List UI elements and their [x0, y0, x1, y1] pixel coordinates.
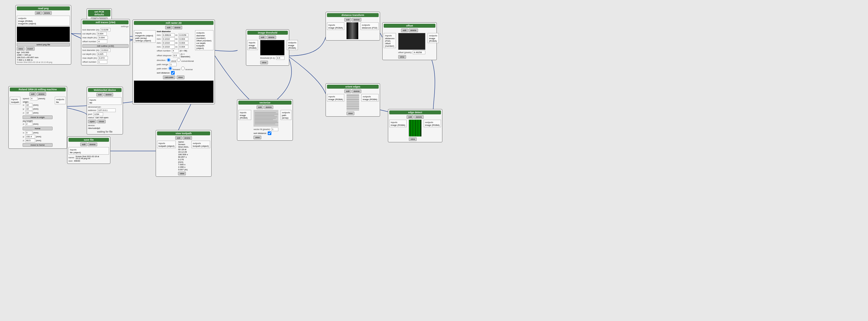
- vector-fit-input[interactable]: [271, 127, 278, 131]
- image-threshold-edit-btn[interactable]: edit: [259, 35, 266, 39]
- order-reverse-radio[interactable]: [181, 66, 185, 70]
- distance-transform-delete-btn[interactable]: delete: [352, 18, 361, 22]
- orient-edges-title[interactable]: orient edges: [327, 85, 379, 89]
- read-png-invert-btn[interactable]: invert: [26, 47, 35, 51]
- cut-depth-2-input[interactable]: [97, 52, 107, 56]
- save-file-edit-btn[interactable]: edit: [80, 143, 87, 146]
- address-input[interactable]: [97, 109, 116, 112]
- home-y-input[interactable]: [25, 135, 35, 138]
- cut-depth-mm-input[interactable]: [162, 37, 175, 41]
- websocket-delete-btn[interactable]: delete: [104, 93, 114, 96]
- origin-z-input[interactable]: [25, 111, 32, 115]
- close-btn[interactable]: close: [97, 120, 106, 123]
- vectorize-title[interactable]: vectorize: [238, 101, 291, 105]
- offset-delete-btn[interactable]: delete: [409, 29, 418, 32]
- sort-distance-checkbox[interactable]: [171, 71, 175, 75]
- mill-raster-2d-title[interactable]: mill raster 2D: [134, 21, 214, 25]
- orient-edges-edit-btn[interactable]: edit: [344, 89, 351, 93]
- read-png-delete-btn[interactable]: delete: [42, 11, 52, 15]
- vectorize-edit-btn[interactable]: edit: [256, 106, 264, 109]
- waiting-label: waiting for file: [88, 130, 122, 133]
- origin-x-input[interactable]: [25, 103, 32, 107]
- path-merge-input[interactable]: [169, 63, 177, 66]
- max-depth-mm-input[interactable]: [162, 41, 175, 45]
- view-toolpath-title[interactable]: view toolpath: [157, 132, 210, 135]
- mill-raster-edit-btn[interactable]: edit: [165, 26, 172, 29]
- mill-raster-calculate-btn[interactable]: calculate: [163, 76, 175, 79]
- cut-depth-in-input[interactable]: [179, 37, 188, 41]
- view-toolpath-edit-btn[interactable]: edit: [175, 136, 182, 140]
- set-pcb-title[interactable]: set PCB defaults: [88, 10, 111, 17]
- read-png-edit-btn[interactable]: edit: [35, 11, 42, 15]
- select-png-btn[interactable]: select png file: [17, 43, 70, 47]
- save-file-delete-btn[interactable]: delete: [88, 143, 97, 146]
- dir-climb-radio[interactable]: [167, 58, 170, 62]
- roland-title[interactable]: Roland SRM-20 milling machine: [10, 88, 66, 91]
- speed-input[interactable]: [30, 97, 37, 100]
- image-threshold-title[interactable]: image threshold: [247, 31, 288, 35]
- view-toolpath-delete-btn[interactable]: delete: [183, 136, 192, 140]
- jog-z-input[interactable]: [25, 122, 32, 126]
- roland-edit-btn[interactable]: edit: [29, 92, 36, 96]
- order-forward-radio[interactable]: [168, 66, 172, 70]
- tool-diam-1-input[interactable]: [101, 28, 111, 32]
- offset-number-input[interactable]: [172, 49, 179, 53]
- mill-raster-view-btn[interactable]: view: [177, 76, 184, 79]
- offset-title[interactable]: offset: [384, 24, 435, 28]
- cut-depth-1-input[interactable]: [97, 32, 107, 35]
- roland-inputs: inputs toolpath: [10, 97, 21, 104]
- distance-transform-title[interactable]: distance transform: [327, 13, 379, 17]
- dir-conv-radio[interactable]: [177, 58, 181, 62]
- vectorize-sort-distance[interactable]: [268, 132, 271, 135]
- move-to-home-btn[interactable]: move to home: [23, 143, 52, 147]
- orient-edges-view-btn[interactable]: view: [346, 112, 354, 115]
- offset-edit-btn[interactable]: edit: [401, 29, 408, 32]
- mill-raster-delete-btn[interactable]: delete: [173, 26, 182, 29]
- origin-y-input[interactable]: [25, 107, 32, 111]
- view-toolpath-view-btn[interactable]: view: [178, 172, 186, 175]
- read-png-outputs: outputs image (RGBA) imageInfo (object): [17, 16, 70, 26]
- image-threshold-delete-btn[interactable]: delete: [267, 35, 276, 39]
- offset-num-2-input[interactable]: [97, 60, 107, 64]
- distance-transform-edit-btn[interactable]: edit: [344, 18, 351, 22]
- vectorize-delete-btn[interactable]: delete: [264, 106, 274, 109]
- offset-num-1-input[interactable]: [97, 40, 107, 43]
- tool-diam-2-input[interactable]: [101, 48, 111, 52]
- distance-transform-node: distance transform edit delete inputs im…: [326, 12, 380, 40]
- home-x-input[interactable]: [25, 131, 32, 135]
- websocket-edit-btn[interactable]: edit: [96, 93, 103, 96]
- read-png-view-btn[interactable]: view: [17, 47, 25, 51]
- offset-in-input[interactable]: [179, 45, 188, 49]
- vectorize-outputs: outputs path (array): [281, 110, 291, 120]
- roland-delete-btn[interactable]: delete: [37, 92, 46, 96]
- move-to-origin-btn[interactable]: move to origin: [23, 115, 52, 119]
- max-depth-1-input[interactable]: [98, 36, 108, 39]
- image-threshold-view-btn[interactable]: view: [260, 61, 268, 64]
- port-input[interactable]: [93, 112, 103, 116]
- tool-diam-in-input[interactable]: [179, 33, 188, 37]
- websocket-title[interactable]: WebSocket device: [88, 88, 122, 92]
- edge-detect-title[interactable]: edge detect: [389, 111, 441, 114]
- mill-outline-btn[interactable]: mill outline (1/32): [83, 44, 129, 48]
- edge-detect-view-btn[interactable]: view: [409, 137, 417, 141]
- edge-detect-node: edge detect edit delete inputs image (RG…: [388, 109, 442, 142]
- tool-diam-mm-input[interactable]: [162, 33, 175, 37]
- offset-view-btn[interactable]: view: [398, 55, 406, 59]
- edge-detect-edit-btn[interactable]: edit: [407, 115, 413, 119]
- save-file-title[interactable]: save file: [68, 138, 109, 142]
- offset-pixels-input[interactable]: [413, 51, 425, 54]
- max-depth-2-input[interactable]: [98, 56, 108, 60]
- orient-edges-delete-btn[interactable]: delete: [352, 89, 361, 93]
- vectorize-view-btn[interactable]: view: [253, 136, 261, 139]
- read-png-title[interactable]: read png: [17, 6, 70, 10]
- home-btn[interactable]: home: [23, 127, 52, 130]
- offset-mm-input[interactable]: [162, 45, 175, 49]
- open-btn[interactable]: open: [88, 120, 96, 123]
- offset-stepover-input[interactable]: [173, 54, 180, 57]
- max-depth-in-input[interactable]: [179, 41, 188, 45]
- threshold-input[interactable]: [276, 56, 284, 60]
- mill-traces-title[interactable]: mill traces (1/64): [83, 21, 129, 24]
- home-z-input[interactable]: [25, 139, 35, 142]
- filename: Screen Shot 2021-02-18 at 19.12.49.png: [17, 61, 70, 63]
- edge-detect-delete-btn[interactable]: delete: [414, 115, 424, 119]
